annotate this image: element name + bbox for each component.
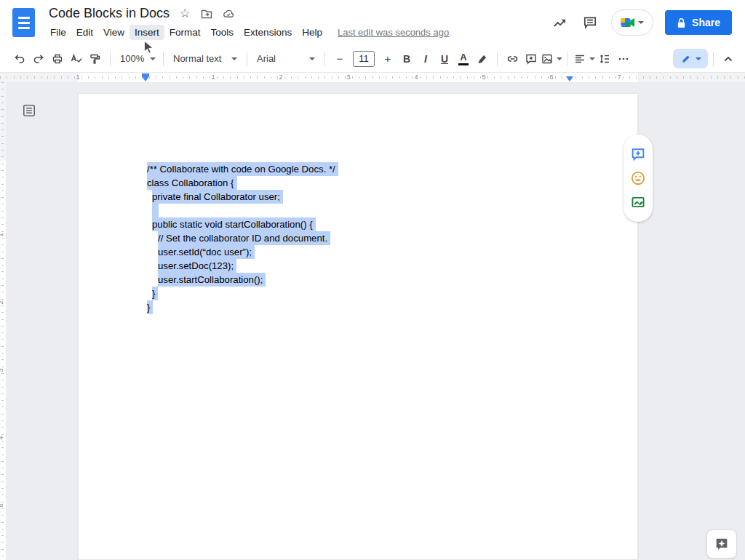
last-edit-status[interactable]: Last edit was seconds ago [338, 27, 449, 38]
code-line[interactable]: } [152, 287, 338, 300]
line-spacing-button[interactable] [595, 49, 614, 68]
ruler-number: 2 [0, 300, 4, 304]
code-line[interactable]: private final Collaborator user; [152, 190, 338, 204]
title-row: Code Blocks in Docs ☆ [49, 6, 235, 21]
format-toolbar: 100% Normal text Arial − 11 + B I U A [0, 45, 745, 73]
code-line[interactable]: user.setId(“doc user”); [158, 245, 338, 259]
hide-menus-button[interactable] [719, 49, 738, 68]
vertical-ruler[interactable] [0, 82, 6, 560]
menu-tools[interactable]: Tools [206, 25, 239, 40]
code-block[interactable]: /** Collaborate with code on Google Docs… [147, 162, 338, 314]
editing-mode-dropdown[interactable] [673, 49, 708, 68]
ruler-number: 1 [76, 73, 79, 81]
code-line[interactable]: user.startCollaboration(); [158, 273, 338, 287]
menu-insert[interactable]: Insert [130, 25, 164, 40]
document-title[interactable]: Code Blocks in Docs [49, 6, 170, 21]
meet-camera-icon [621, 17, 635, 28]
suggest-image-edit-button[interactable] [629, 193, 647, 211]
ruler-number: 6 [549, 73, 553, 81]
ruler-number: 5 [0, 503, 4, 507]
divider [163, 52, 164, 66]
horizontal-ruler[interactable]: 1 1 2 3 4 5 6 7 [0, 73, 745, 82]
ruler-number: 4 [0, 436, 4, 439]
code-line[interactable] [152, 204, 338, 217]
add-comment-button[interactable] [522, 49, 541, 68]
ruler-number: 5 [482, 73, 485, 81]
document-stats-icon[interactable] [550, 13, 569, 32]
code-line[interactable]: class Collaboration { [147, 176, 338, 190]
paragraph-style-value: Normal text [173, 53, 221, 64]
bold-button[interactable]: B [397, 49, 416, 68]
menu-help[interactable]: Help [297, 25, 327, 40]
highlight-color-button[interactable] [473, 49, 492, 68]
font-family-value: Arial [257, 53, 276, 64]
code-line[interactable]: public static void startCollaboration() … [152, 217, 338, 231]
star-icon[interactable]: ☆ [178, 7, 191, 20]
share-button[interactable]: Share [665, 10, 732, 35]
decrease-font-size-button[interactable]: − [330, 49, 349, 68]
code-line[interactable]: // Set the collaborator ID and document. [158, 231, 338, 245]
image-caret-icon [557, 57, 562, 60]
text-color-button[interactable]: A [454, 49, 473, 68]
code-line[interactable]: } [147, 300, 338, 314]
document-page[interactable]: /** Collaborate with code on Google Docs… [78, 93, 638, 560]
selected-text: private final Collaborator user; [152, 190, 283, 204]
ruler-number: 4 [414, 73, 418, 81]
spell-check-button[interactable] [67, 49, 86, 68]
italic-button[interactable]: I [416, 49, 435, 68]
divider [110, 52, 111, 66]
align-button[interactable] [573, 49, 595, 68]
style-caret-icon [231, 57, 237, 60]
underline-button[interactable]: U [435, 49, 454, 68]
show-outline-button[interactable] [21, 103, 37, 119]
share-label: Share [692, 17, 720, 28]
font-size-input[interactable]: 11 [353, 51, 375, 67]
menu-file[interactable]: File [45, 25, 71, 40]
zoom-caret-icon [150, 57, 156, 60]
left-indent-marker[interactable] [142, 76, 149, 81]
explore-icon [714, 536, 730, 552]
align-caret-icon [589, 57, 595, 60]
menu-edit[interactable]: Edit [71, 25, 98, 40]
code-line[interactable]: user.setDoc(123); [158, 259, 338, 273]
selected-text: user.setDoc(123); [158, 259, 236, 273]
docs-logo-icon[interactable] [12, 8, 35, 37]
menu-format[interactable]: Format [164, 25, 206, 40]
menu-bar: File Edit View Insert Format Tools Exten… [45, 25, 449, 40]
add-comment-margin-button[interactable] [629, 145, 647, 163]
selected-blank-line [152, 204, 159, 217]
menu-view[interactable]: View [98, 25, 130, 40]
increase-font-size-button[interactable]: + [378, 49, 397, 68]
undo-button[interactable] [10, 49, 29, 68]
move-folder-icon[interactable] [200, 7, 213, 20]
zoom-dropdown[interactable]: 100% [116, 49, 158, 68]
paint-format-button[interactable] [86, 49, 105, 68]
explore-button[interactable] [706, 529, 737, 559]
insert-link-button[interactable] [503, 49, 522, 68]
font-family-dropdown[interactable]: Arial [252, 49, 319, 68]
top-bar: Code Blocks in Docs ☆ File Edit View Ins… [0, 0, 745, 45]
ruler-page-area [78, 73, 638, 82]
selected-text: user.startCollaboration(); [158, 273, 266, 287]
text-color-swatch [458, 63, 469, 65]
code-line[interactable]: /** Collaborate with code on Google Docs… [147, 162, 338, 176]
redo-button[interactable] [29, 49, 48, 68]
comments-history-icon[interactable] [581, 13, 599, 32]
pencil-icon [680, 53, 692, 65]
vertical-ruler-page-area [0, 161, 6, 560]
right-indent-marker[interactable] [566, 76, 573, 81]
selected-text: public static void startCollaboration() … [152, 217, 316, 231]
print-button[interactable] [48, 49, 67, 68]
header-actions: Share [550, 0, 732, 45]
menu-extensions[interactable]: Extensions [239, 25, 297, 40]
selected-text: } [147, 300, 153, 314]
selected-text: /** Collaborate with code on Google Docs… [147, 162, 338, 176]
zoom-value: 100% [120, 53, 144, 64]
cloud-saved-icon[interactable] [222, 7, 235, 20]
insert-image-button[interactable] [541, 49, 562, 68]
paragraph-style-dropdown[interactable]: Normal text [169, 49, 242, 68]
meet-call-button[interactable] [611, 9, 653, 36]
more-options-button[interactable] [614, 49, 633, 68]
selected-text: user.setId(“doc user”); [158, 245, 255, 259]
add-emoji-reaction-button[interactable] [629, 169, 647, 187]
